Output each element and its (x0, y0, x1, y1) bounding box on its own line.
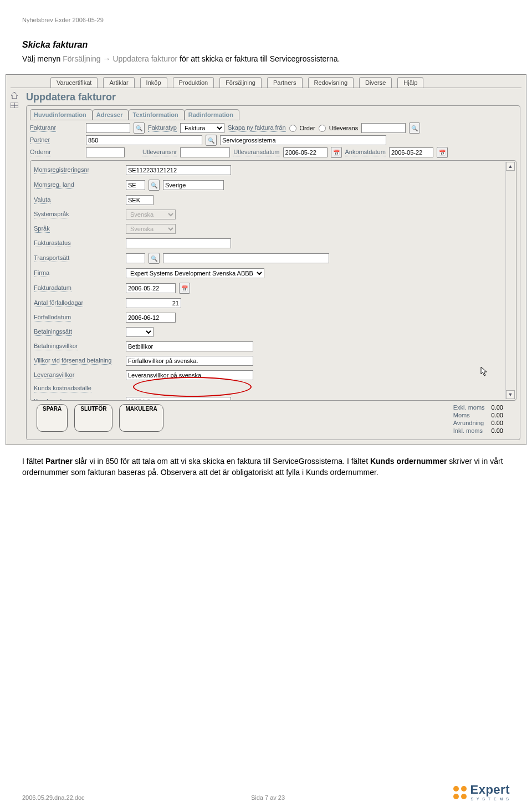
detail-select: Svenska (126, 210, 176, 219)
subtabs: Huvudinformation Adresser Textinformatio… (30, 109, 516, 120)
detail-input[interactable] (126, 397, 231, 400)
detail-row: Leveransvillkor (34, 370, 513, 380)
detail-label: Betalningssätt (34, 328, 122, 336)
search-icon[interactable]: 🔍 (206, 135, 217, 146)
search-icon[interactable]: 🔍 (149, 253, 160, 264)
transport-name-input[interactable] (163, 253, 329, 263)
logo-word: Expert (470, 783, 510, 797)
detail-row: Momsregistreringsnr (34, 165, 513, 175)
detail-input[interactable] (126, 370, 253, 380)
fakturatyp-select[interactable]: Faktura (180, 123, 224, 133)
side-toolbar (6, 88, 23, 445)
expert-logo: Expert S Y S T E M S (452, 783, 510, 801)
menu-produktion[interactable]: Produktion (173, 77, 214, 88)
radio-utleverans[interactable] (319, 125, 326, 132)
search-icon[interactable]: 🔍 (134, 122, 145, 134)
skapa-from-input[interactable] (361, 123, 406, 133)
utleveransdatum-input[interactable] (283, 147, 328, 157)
detail-label: Kunds kostnadsställe (34, 385, 122, 392)
detail-row: Transportsätt🔍 (34, 253, 513, 264)
value-avrundning: 0.00 (492, 420, 503, 426)
scroll-up-icon[interactable]: ▲ (506, 162, 515, 171)
detail-label: Valuta (34, 196, 122, 204)
detail-select[interactable] (126, 327, 154, 337)
detail-label: Förfallodatum (34, 314, 122, 321)
label-fakturatyp: Fakturatyp (148, 124, 177, 132)
search-icon[interactable]: 🔍 (149, 180, 160, 191)
detail-select[interactable]: Expert Systems Development Svenska ABBB (126, 268, 264, 278)
spara-button[interactable]: SPARA (37, 404, 68, 432)
grid-icon[interactable] (11, 103, 18, 108)
detail-row: Momsreg. land🔍 (34, 180, 513, 191)
menu-diverse[interactable]: Diverse (359, 77, 392, 88)
svg-point-5 (453, 794, 459, 799)
detail-row: SystemspråkSvenska (34, 210, 513, 219)
svg-point-6 (461, 794, 467, 799)
menubar: Varucertifikat Artiklar Inköp Produktion… (6, 75, 526, 88)
search-icon[interactable]: 🔍 (409, 122, 420, 134)
ankomstdatum-input[interactable] (389, 147, 433, 157)
menu-artiklar[interactable]: Artiklar (103, 77, 134, 88)
detail-input[interactable] (126, 313, 176, 323)
detail-input[interactable] (126, 195, 154, 205)
totals-grid: Exkl. moms0.00 Moms0.00 Avrundning0.00 I… (453, 404, 503, 434)
value-moms: 0.00 (492, 412, 503, 418)
land-code-input[interactable] (126, 180, 145, 190)
label-utleverans: Utleverans (329, 125, 359, 131)
calendar-icon[interactable]: 📅 (179, 283, 190, 294)
ordernr-input[interactable] (86, 147, 125, 157)
tab-huvudinformation[interactable]: Huvudinformation (30, 109, 93, 120)
detail-input[interactable] (126, 165, 231, 175)
partner-input[interactable] (86, 135, 202, 145)
detail-label: Fakturadatum (34, 284, 122, 292)
menu-varucertifikat[interactable]: Varucertifikat (50, 77, 98, 88)
makulera-button[interactable]: MAKULERA (119, 404, 163, 432)
detail-row: Betalningssätt (34, 327, 513, 337)
logo-sub: S Y S T E M S (470, 797, 510, 801)
calendar-icon[interactable]: 📅 (331, 147, 342, 158)
label-order: Order (300, 125, 315, 131)
label-ankomstdatum: Ankomstdatum (345, 149, 386, 156)
home-icon[interactable] (10, 91, 19, 99)
label-exkl-moms: Exkl. moms (453, 404, 485, 411)
detail-row: Fakturadatum📅 (34, 283, 513, 294)
body-paragraph: I fältet Partner slår vi in 850 för att … (22, 456, 510, 478)
radio-order[interactable] (289, 125, 296, 132)
tab-adresser[interactable]: Adresser (93, 109, 129, 120)
slutfor-button[interactable]: SLUTFÖR (74, 404, 112, 432)
menu-inkop[interactable]: Inköp (140, 77, 167, 88)
app-window: Varucertifikat Artiklar Inköp Produktion… (6, 74, 526, 445)
transport-code-input[interactable] (126, 253, 145, 263)
cursor-icon (480, 366, 488, 378)
menu-redovisning[interactable]: Redovisning (308, 77, 354, 88)
detail-input[interactable] (126, 356, 253, 366)
label-avrundning: Avrundning (453, 420, 485, 426)
scroll-down-icon[interactable]: ▼ (506, 390, 515, 399)
intro-text: Välj menyn Försäljning → Uppdatera faktu… (22, 54, 510, 63)
document-header: Nyhetsbrev Exder 2006-05-29 (22, 17, 510, 23)
details-panel: MomsregistreringsnrMomsreg. land🔍ValutaS… (30, 161, 516, 400)
menu-forsaljning[interactable]: Försäljning (219, 77, 262, 88)
land-name-input[interactable] (163, 180, 224, 190)
detail-input[interactable] (126, 298, 181, 308)
detail-label: Kunds ordernummer (34, 398, 122, 400)
tab-radinformation[interactable]: Radinformation (185, 109, 239, 120)
calendar-icon[interactable]: 📅 (437, 147, 448, 158)
fakturanr-input[interactable] (86, 123, 130, 133)
intro-post: för att skicka er faktura till Servicegr… (177, 54, 340, 63)
label-skapa: Skapa ny faktura från (228, 124, 286, 132)
detail-label: Språk (34, 225, 122, 233)
detail-label: Villkor vid försenad betalning (34, 357, 122, 365)
menu-partners[interactable]: Partners (267, 77, 303, 88)
scrollbar[interactable]: ▲ ▼ (505, 162, 515, 399)
tab-textinformation[interactable]: Textinformation (129, 109, 184, 120)
detail-input[interactable] (126, 341, 253, 351)
footer-left: 2006.05.29.dna.22.doc (22, 794, 85, 801)
label-fakturanr: Fakturanr (30, 124, 83, 132)
menu-hjalp[interactable]: Hjälp (397, 77, 423, 88)
date-input[interactable] (126, 283, 176, 293)
partner-name-input[interactable] (220, 135, 386, 145)
value-exkl-moms: 0.00 (492, 404, 503, 411)
detail-input[interactable] (126, 238, 231, 248)
utleveransnr-input[interactable] (180, 147, 230, 157)
